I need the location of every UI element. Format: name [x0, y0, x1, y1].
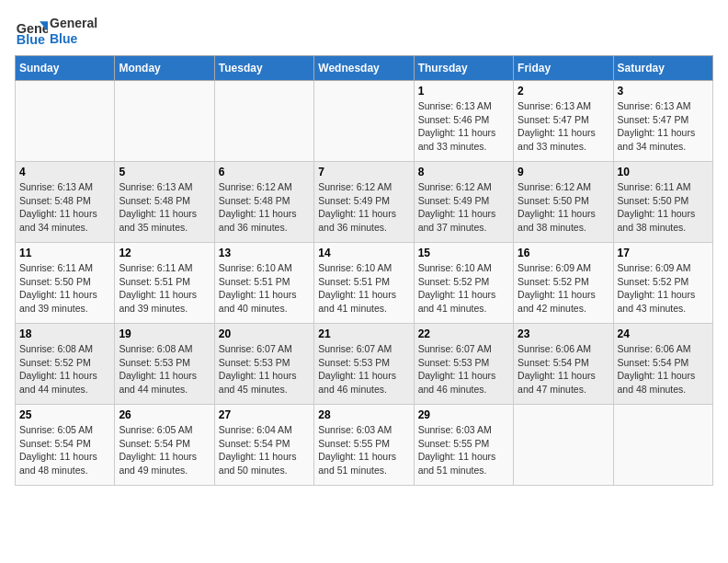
calendar-cell: 3Sunrise: 6:13 AM Sunset: 5:47 PM Daylig…	[613, 81, 712, 162]
day-header-friday: Friday	[514, 56, 613, 81]
calendar-cell	[613, 405, 712, 486]
calendar-cell: 16Sunrise: 6:09 AM Sunset: 5:52 PM Dayli…	[514, 243, 613, 324]
day-number: 8	[418, 166, 509, 178]
day-info: Sunrise: 6:13 AM Sunset: 5:47 PM Dayligh…	[518, 99, 609, 154]
calendar-cell: 24Sunrise: 6:06 AM Sunset: 5:54 PM Dayli…	[613, 324, 712, 405]
day-number: 9	[518, 166, 609, 178]
day-number: 16	[518, 247, 609, 259]
calendar-week-row: 25Sunrise: 6:05 AM Sunset: 5:54 PM Dayli…	[16, 405, 713, 486]
day-number: 1	[418, 85, 509, 98]
page-header: General Blue General Blue	[15, 15, 713, 48]
day-number: 27	[219, 408, 310, 421]
calendar-cell: 17Sunrise: 6:09 AM Sunset: 5:52 PM Dayli…	[613, 243, 712, 324]
day-header-wednesday: Wednesday	[314, 56, 414, 81]
day-number: 20	[219, 327, 310, 340]
calendar-cell: 19Sunrise: 6:08 AM Sunset: 5:53 PM Dayli…	[115, 324, 214, 405]
calendar-cell: 14Sunrise: 6:10 AM Sunset: 5:51 PM Dayli…	[314, 243, 414, 324]
day-info: Sunrise: 6:07 AM Sunset: 5:53 PM Dayligh…	[318, 342, 409, 396]
calendar-cell: 13Sunrise: 6:10 AM Sunset: 5:51 PM Dayli…	[214, 243, 313, 324]
day-info: Sunrise: 6:11 AM Sunset: 5:51 PM Dayligh…	[119, 261, 210, 316]
day-header-saturday: Saturday	[613, 56, 712, 81]
day-header-monday: Monday	[115, 56, 214, 81]
day-info: Sunrise: 6:09 AM Sunset: 5:52 PM Dayligh…	[518, 261, 609, 316]
day-info: Sunrise: 6:13 AM Sunset: 5:46 PM Dayligh…	[418, 99, 509, 154]
calendar-cell	[115, 81, 214, 162]
calendar-cell: 22Sunrise: 6:07 AM Sunset: 5:53 PM Dayli…	[414, 324, 513, 405]
day-number: 6	[219, 166, 310, 178]
day-info: Sunrise: 6:10 AM Sunset: 5:51 PM Dayligh…	[219, 261, 310, 316]
calendar-cell: 12Sunrise: 6:11 AM Sunset: 5:51 PM Dayli…	[115, 243, 214, 324]
calendar-cell: 10Sunrise: 6:11 AM Sunset: 5:50 PM Dayli…	[613, 162, 712, 243]
day-info: Sunrise: 6:12 AM Sunset: 5:50 PM Dayligh…	[518, 180, 609, 235]
day-number: 19	[119, 327, 210, 340]
day-number: 4	[19, 166, 110, 178]
day-number: 2	[518, 85, 609, 98]
calendar-cell: 6Sunrise: 6:12 AM Sunset: 5:48 PM Daylig…	[214, 162, 313, 243]
day-number: 24	[618, 327, 709, 340]
day-number: 28	[318, 408, 409, 421]
day-info: Sunrise: 6:13 AM Sunset: 5:48 PM Dayligh…	[119, 180, 210, 235]
calendar-cell: 28Sunrise: 6:03 AM Sunset: 5:55 PM Dayli…	[314, 405, 414, 486]
calendar-cell: 25Sunrise: 6:05 AM Sunset: 5:54 PM Dayli…	[16, 405, 115, 486]
calendar-cell: 4Sunrise: 6:13 AM Sunset: 5:48 PM Daylig…	[16, 162, 115, 243]
day-header-thursday: Thursday	[414, 56, 513, 81]
day-info: Sunrise: 6:06 AM Sunset: 5:54 PM Dayligh…	[518, 342, 609, 396]
logo: General Blue General Blue	[15, 15, 97, 48]
calendar-cell: 7Sunrise: 6:12 AM Sunset: 5:49 PM Daylig…	[314, 162, 414, 243]
day-number: 22	[418, 327, 509, 340]
calendar-cell: 2Sunrise: 6:13 AM Sunset: 5:47 PM Daylig…	[514, 81, 613, 162]
day-number: 14	[318, 247, 409, 259]
day-info: Sunrise: 6:10 AM Sunset: 5:51 PM Dayligh…	[318, 261, 409, 316]
day-info: Sunrise: 6:13 AM Sunset: 5:47 PM Dayligh…	[618, 99, 709, 154]
day-info: Sunrise: 6:05 AM Sunset: 5:54 PM Dayligh…	[119, 423, 210, 477]
calendar-cell	[16, 81, 115, 162]
day-info: Sunrise: 6:11 AM Sunset: 5:50 PM Dayligh…	[618, 180, 709, 235]
day-info: Sunrise: 6:12 AM Sunset: 5:49 PM Dayligh…	[418, 180, 509, 235]
day-number: 25	[19, 408, 110, 421]
calendar-cell	[514, 405, 613, 486]
day-number: 17	[618, 247, 709, 259]
day-info: Sunrise: 6:11 AM Sunset: 5:50 PM Dayligh…	[19, 261, 110, 316]
day-number: 10	[618, 166, 709, 178]
calendar-cell	[314, 81, 414, 162]
day-number: 21	[318, 327, 409, 340]
day-number: 3	[618, 85, 709, 98]
day-info: Sunrise: 6:07 AM Sunset: 5:53 PM Dayligh…	[219, 342, 310, 396]
day-info: Sunrise: 6:13 AM Sunset: 5:48 PM Dayligh…	[19, 180, 110, 235]
svg-text:Blue: Blue	[17, 32, 45, 47]
day-header-sunday: Sunday	[16, 56, 115, 81]
calendar-cell: 27Sunrise: 6:04 AM Sunset: 5:54 PM Dayli…	[214, 405, 313, 486]
calendar-cell: 21Sunrise: 6:07 AM Sunset: 5:53 PM Dayli…	[314, 324, 414, 405]
day-number: 5	[119, 166, 210, 178]
calendar-cell: 23Sunrise: 6:06 AM Sunset: 5:54 PM Dayli…	[514, 324, 613, 405]
day-info: Sunrise: 6:04 AM Sunset: 5:54 PM Dayligh…	[219, 423, 310, 477]
logo-blue: Blue	[50, 31, 77, 46]
calendar-cell: 9Sunrise: 6:12 AM Sunset: 5:50 PM Daylig…	[514, 162, 613, 243]
calendar-cell	[214, 81, 313, 162]
day-header-tuesday: Tuesday	[214, 56, 313, 81]
day-info: Sunrise: 6:07 AM Sunset: 5:53 PM Dayligh…	[418, 342, 509, 396]
day-number: 11	[19, 247, 110, 259]
calendar-cell: 18Sunrise: 6:08 AM Sunset: 5:52 PM Dayli…	[16, 324, 115, 405]
calendar-cell: 11Sunrise: 6:11 AM Sunset: 5:50 PM Dayli…	[16, 243, 115, 324]
calendar-header-row: SundayMondayTuesdayWednesdayThursdayFrid…	[16, 56, 713, 81]
day-info: Sunrise: 6:09 AM Sunset: 5:52 PM Dayligh…	[618, 261, 709, 316]
logo-general: General	[50, 16, 97, 30]
logo-icon: General Blue	[15, 15, 48, 48]
calendar-week-row: 1Sunrise: 6:13 AM Sunset: 5:46 PM Daylig…	[16, 81, 713, 162]
calendar-cell: 5Sunrise: 6:13 AM Sunset: 5:48 PM Daylig…	[115, 162, 214, 243]
calendar-week-row: 18Sunrise: 6:08 AM Sunset: 5:52 PM Dayli…	[16, 324, 713, 405]
day-number: 26	[119, 408, 210, 421]
day-number: 12	[119, 247, 210, 259]
day-info: Sunrise: 6:08 AM Sunset: 5:53 PM Dayligh…	[119, 342, 210, 396]
day-info: Sunrise: 6:03 AM Sunset: 5:55 PM Dayligh…	[318, 423, 409, 477]
calendar-cell: 1Sunrise: 6:13 AM Sunset: 5:46 PM Daylig…	[414, 81, 513, 162]
day-number: 13	[219, 247, 310, 259]
calendar-cell: 15Sunrise: 6:10 AM Sunset: 5:52 PM Dayli…	[414, 243, 513, 324]
calendar-cell: 26Sunrise: 6:05 AM Sunset: 5:54 PM Dayli…	[115, 405, 214, 486]
calendar-week-row: 4Sunrise: 6:13 AM Sunset: 5:48 PM Daylig…	[16, 162, 713, 243]
day-number: 23	[518, 327, 609, 340]
calendar-cell: 8Sunrise: 6:12 AM Sunset: 5:49 PM Daylig…	[414, 162, 513, 243]
day-info: Sunrise: 6:12 AM Sunset: 5:48 PM Dayligh…	[219, 180, 310, 235]
calendar-cell: 20Sunrise: 6:07 AM Sunset: 5:53 PM Dayli…	[214, 324, 313, 405]
